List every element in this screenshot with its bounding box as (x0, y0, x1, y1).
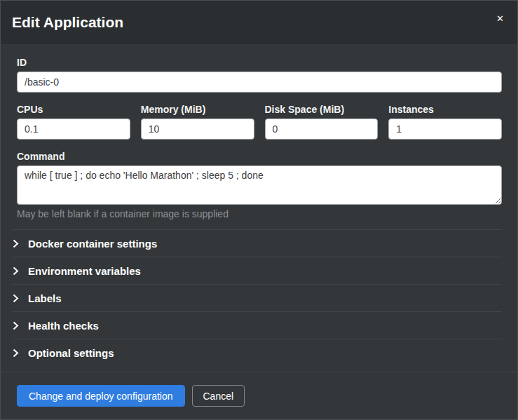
chevron-right-icon (13, 294, 19, 303)
modal-title: Edit Application (12, 14, 123, 31)
close-icon[interactable]: ✕ (493, 11, 507, 26)
memory-input[interactable] (141, 118, 254, 140)
modal-header: Edit Application ✕ (1, 1, 517, 44)
command-field-group: Command while [ true ] ; do echo 'Hello … (17, 151, 502, 219)
section-optional-settings[interactable]: Optional settings (13, 339, 502, 366)
chevron-right-icon (13, 266, 19, 276)
accordion-sections: Docker container settings Environment va… (13, 229, 502, 366)
id-field-group: ID (17, 57, 502, 93)
disk-space-label: Disk Space (MiB) (265, 104, 379, 115)
memory-field-group: Memory (MiB) (141, 104, 254, 140)
id-input[interactable] (17, 72, 502, 93)
section-labels[interactable]: Labels (13, 284, 502, 311)
id-label: ID (17, 57, 502, 68)
section-label: Health checks (28, 320, 99, 332)
cpus-input[interactable] (17, 118, 130, 140)
cpus-label: CPUs (17, 104, 130, 115)
memory-label: Memory (MiB) (141, 104, 254, 115)
section-label: Docker container settings (28, 238, 157, 250)
cpus-field-group: CPUs (17, 104, 130, 140)
instances-label: Instances (388, 104, 502, 115)
instances-field-group: Instances (388, 104, 502, 140)
edit-application-modal: Edit Application ✕ ID CPUs Memory (MiB) … (0, 0, 518, 420)
command-textarea[interactable]: while [ true ] ; do echo 'Hello Marathon… (17, 165, 502, 205)
chevron-right-icon (13, 348, 19, 358)
chevron-right-icon (13, 321, 19, 330)
cancel-button[interactable]: Cancel (192, 385, 245, 407)
resources-row: CPUs Memory (MiB) Disk Space (MiB) Insta… (17, 104, 502, 140)
modal-footer: Change and deploy configuration Cancel (1, 372, 517, 419)
chevron-right-icon (13, 239, 19, 248)
command-label: Command (17, 151, 502, 162)
section-label: Optional settings (28, 347, 114, 359)
section-docker-container-settings[interactable]: Docker container settings (13, 229, 502, 257)
disk-field-group: Disk Space (MiB) (265, 104, 379, 140)
modal-body: ID CPUs Memory (MiB) Disk Space (MiB) In… (1, 44, 517, 372)
section-label: Environment variables (28, 265, 141, 277)
section-environment-variables[interactable]: Environment variables (13, 257, 502, 284)
section-health-checks[interactable]: Health checks (13, 311, 502, 339)
instances-input[interactable] (388, 118, 502, 140)
change-and-deploy-button[interactable]: Change and deploy configuration (17, 385, 185, 407)
section-label: Labels (28, 292, 62, 304)
command-help-text: May be left blank if a container image i… (17, 208, 502, 219)
disk-space-input[interactable] (265, 118, 379, 140)
